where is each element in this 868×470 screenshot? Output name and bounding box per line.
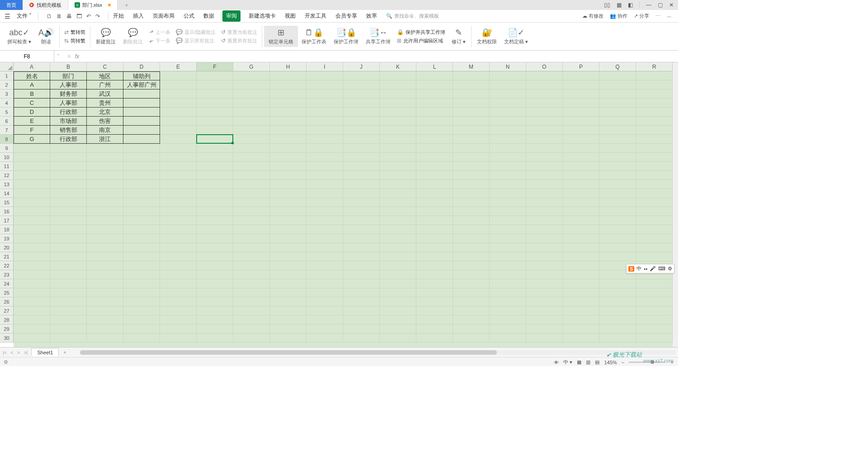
cell-E22[interactable] — [160, 261, 197, 270]
cell-E2[interactable] — [160, 80, 197, 89]
cell-O29[interactable] — [526, 324, 563, 334]
share-button[interactable]: ↗分享 — [634, 13, 649, 19]
cell-R6[interactable] — [636, 117, 673, 126]
cell-H20[interactable] — [270, 243, 307, 252]
cell-I25[interactable] — [307, 288, 343, 297]
cell-A7[interactable]: F — [14, 126, 50, 135]
cell-F4[interactable] — [197, 99, 233, 108]
cell-I2[interactable] — [307, 80, 343, 89]
cell-P22[interactable] — [563, 261, 599, 270]
cell-E14[interactable] — [160, 189, 197, 198]
cell-A28[interactable] — [14, 315, 50, 324]
cell-R19[interactable] — [636, 234, 673, 243]
cell-Q25[interactable] — [599, 288, 636, 297]
cell-I12[interactable] — [307, 171, 343, 180]
cell-B2[interactable]: 人事部 — [50, 80, 87, 89]
cell-F21[interactable] — [197, 252, 233, 261]
cell-Q10[interactable] — [599, 153, 636, 162]
cell-H2[interactable] — [270, 80, 307, 89]
cell-R29[interactable] — [636, 324, 673, 334]
cell-J12[interactable] — [343, 171, 380, 180]
eye-icon[interactable]: 👁 — [554, 360, 559, 365]
cell-L2[interactable] — [416, 80, 453, 89]
cell-J4[interactable] — [343, 99, 380, 108]
cell-F18[interactable] — [197, 225, 233, 234]
cell-A16[interactable] — [14, 207, 50, 216]
skin-icon[interactable]: ◧ — [628, 2, 633, 8]
cell-F25[interactable] — [197, 288, 233, 297]
cell-C16[interactable] — [87, 207, 123, 216]
menu-tab-custom[interactable]: 新建选项卡 — [248, 10, 277, 22]
cell-E8[interactable] — [160, 135, 197, 144]
cell-C1[interactable]: 地区 — [87, 71, 123, 80]
cell-J18[interactable] — [343, 225, 380, 234]
cell-H14[interactable] — [270, 189, 307, 198]
protect-workbook-button[interactable]: 📑🔒保护工作簿 — [330, 28, 362, 45]
cell-L6[interactable] — [416, 117, 453, 126]
cell-O11[interactable] — [526, 162, 563, 171]
sheet-nav-next-icon[interactable]: > — [17, 350, 20, 355]
cell-Q4[interactable] — [599, 99, 636, 108]
cell-F16[interactable] — [197, 207, 233, 216]
cell-G5[interactable] — [233, 108, 270, 117]
cell-L17[interactable] — [416, 216, 453, 225]
cell-J25[interactable] — [343, 288, 380, 297]
cell-B21[interactable] — [50, 252, 87, 261]
cell-K26[interactable] — [380, 297, 416, 306]
cell-C6[interactable]: 伤害 — [87, 117, 123, 126]
cell-I26[interactable] — [307, 297, 343, 306]
cell-A10[interactable] — [14, 153, 50, 162]
cell-O20[interactable] — [526, 243, 563, 252]
cell-N23[interactable] — [490, 270, 526, 279]
cell-H11[interactable] — [270, 162, 307, 171]
cell-I23[interactable] — [307, 270, 343, 279]
cell-M10[interactable] — [453, 153, 490, 162]
cell-H28[interactable] — [270, 315, 307, 324]
cell-K10[interactable] — [380, 153, 416, 162]
cell-D10[interactable] — [123, 153, 160, 162]
cell-K28[interactable] — [380, 315, 416, 324]
row-header-14[interactable]: 14 — [0, 189, 14, 198]
cell-P5[interactable] — [563, 108, 599, 117]
cell-L25[interactable] — [416, 288, 453, 297]
cell-D4[interactable] — [123, 99, 160, 108]
sheet-nav-last-icon[interactable]: >| — [24, 350, 28, 355]
cell-G29[interactable] — [233, 324, 270, 334]
cell-K17[interactable] — [380, 216, 416, 225]
cell-F3[interactable] — [197, 89, 233, 99]
cell-D23[interactable] — [123, 270, 160, 279]
cell-L22[interactable] — [416, 261, 453, 270]
to-traditional-button[interactable]: ⇆简转繁 — [64, 38, 85, 44]
cell-D11[interactable] — [123, 162, 160, 171]
cell-G14[interactable] — [233, 189, 270, 198]
cell-F24[interactable] — [197, 279, 233, 288]
cell-J22[interactable] — [343, 261, 380, 270]
cell-H22[interactable] — [270, 261, 307, 270]
cell-A26[interactable] — [14, 297, 50, 306]
cell-J29[interactable] — [343, 324, 380, 334]
cell-H21[interactable] — [270, 252, 307, 261]
cell-B3[interactable]: 财务部 — [50, 89, 87, 99]
cell-A6[interactable]: E — [14, 117, 50, 126]
cell-L30[interactable] — [416, 334, 453, 343]
cell-H19[interactable] — [270, 234, 307, 243]
cell-H27[interactable] — [270, 306, 307, 315]
col-header-E[interactable]: E — [160, 62, 197, 71]
cell-H17[interactable] — [270, 216, 307, 225]
cell-H12[interactable] — [270, 171, 307, 180]
row-header-26[interactable]: 26 — [0, 297, 14, 306]
cell-N17[interactable] — [490, 216, 526, 225]
row-header-8[interactable]: 8 — [0, 135, 14, 144]
cell-E16[interactable] — [160, 207, 197, 216]
cell-D1[interactable]: 辅助列 — [123, 71, 160, 80]
cell-P6[interactable] — [563, 117, 599, 126]
cell-Q5[interactable] — [599, 108, 636, 117]
cell-B18[interactable] — [50, 225, 87, 234]
cell-K21[interactable] — [380, 252, 416, 261]
cell-P30[interactable] — [563, 334, 599, 343]
cell-E10[interactable] — [160, 153, 197, 162]
menu-tab-view[interactable]: 视图 — [284, 10, 297, 22]
layout2-icon[interactable]: ▦ — [617, 2, 622, 8]
cell-D5[interactable] — [123, 108, 160, 117]
cell-G30[interactable] — [233, 334, 270, 343]
